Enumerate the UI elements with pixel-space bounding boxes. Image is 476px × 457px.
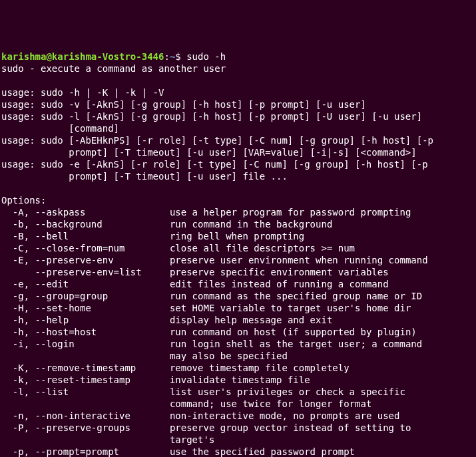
option-desc: run command on host (if supported by plu… (170, 327, 417, 337)
option-flag: -H, --set-home (1, 303, 170, 313)
option-desc: edit files instead of running a command (170, 279, 389, 289)
option-flag (1, 351, 170, 361)
options-header: Options: (1, 195, 46, 206)
option-flag: -p, --prompt=prompt (1, 446, 170, 457)
prompt-colon: : (164, 51, 169, 62)
usage-line-cont: [command] (1, 123, 119, 134)
option-desc: close all file descriptors >= num (170, 243, 355, 253)
usage-line: usage: sudo -l [-AknS] [-g group] [-h ho… (1, 111, 422, 122)
command-text: sudo -h (186, 51, 226, 62)
usage-line: usage: sudo [-AbEHknPS] [-r role] [-t ty… (1, 135, 433, 146)
option-desc: may also be specified (170, 351, 288, 361)
usage-line: usage: sudo -e [-AknS] [-r role] [-t typ… (1, 159, 428, 170)
option-flag: -k, --reset-timestamp (1, 375, 170, 385)
options-list: -A, --askpass use a helper program for p… (1, 206, 476, 457)
usage-line: usage: sudo -v [-AknS] [-g group] [-h ho… (1, 99, 366, 110)
option-desc: invalidate timestamp file (170, 375, 310, 385)
option-flag (1, 398, 170, 409)
prompt-user: karishma@karishma-Vostro-3446 (1, 51, 164, 62)
option-desc: non-interactive mode, no prompts are use… (170, 410, 400, 421)
option-flag: -e, --edit (1, 279, 170, 289)
option-flag: --preserve-env=list (1, 267, 170, 277)
option-desc: preserve specific environment variables (170, 267, 389, 277)
option-desc: run command in the background (170, 219, 332, 229)
option-flag: -b, --background (1, 219, 170, 229)
option-desc: set HOME variable to target user's home … (170, 303, 411, 313)
option-flag: -g, --group=group (1, 291, 170, 301)
option-desc: preserve user environment when running c… (170, 255, 428, 265)
option-desc: run command as the specified group name … (170, 291, 422, 301)
prompt-dollar: $ (175, 51, 186, 62)
option-desc: use the specified password prompt (170, 446, 355, 457)
usage-line-cont: prompt] [-T timeout] [-u user] file ... (1, 171, 288, 182)
option-flag: -A, --askpass (1, 207, 170, 218)
option-desc: target's (170, 434, 214, 445)
option-flag: -n, --non-interactive (1, 410, 170, 421)
option-flag: -C, --close-from=num (1, 243, 170, 253)
option-flag: -l, --list (1, 386, 170, 397)
option-flag: -B, --bell (1, 231, 170, 241)
option-desc: list user's privileges or check a specif… (170, 386, 405, 397)
option-flag: -h, --help (1, 315, 170, 325)
usage-line-cont: prompt] [-T timeout] [-u user] [VAR=valu… (1, 147, 417, 158)
summary-line: sudo - execute a command as another user (1, 63, 226, 74)
option-desc: run login shell as the target user; a co… (170, 339, 422, 349)
usage-line: usage: sudo -h | -K | -k | -V (1, 87, 164, 98)
option-desc: use a helper program for password prompt… (170, 207, 411, 218)
option-desc: display help message and exit (170, 315, 332, 325)
option-desc: command; use twice for longer format (170, 398, 371, 409)
terminal[interactable]: karishma@karishma-Vostro-3446:~$ sudo -h… (1, 51, 476, 457)
option-flag: -E, --preserve-env (1, 255, 170, 265)
option-flag: -h, --host=host (1, 327, 170, 337)
option-desc: ring bell when prompting (170, 231, 304, 241)
option-flag: -P, --preserve-groups (1, 422, 170, 433)
option-flag: -i, --login (1, 339, 170, 349)
option-flag (1, 434, 170, 445)
option-flag: -K, --remove-timestamp (1, 363, 170, 373)
option-desc: remove timestamp file completely (170, 363, 350, 373)
option-desc: preserve group vector instead of setting… (170, 422, 411, 433)
